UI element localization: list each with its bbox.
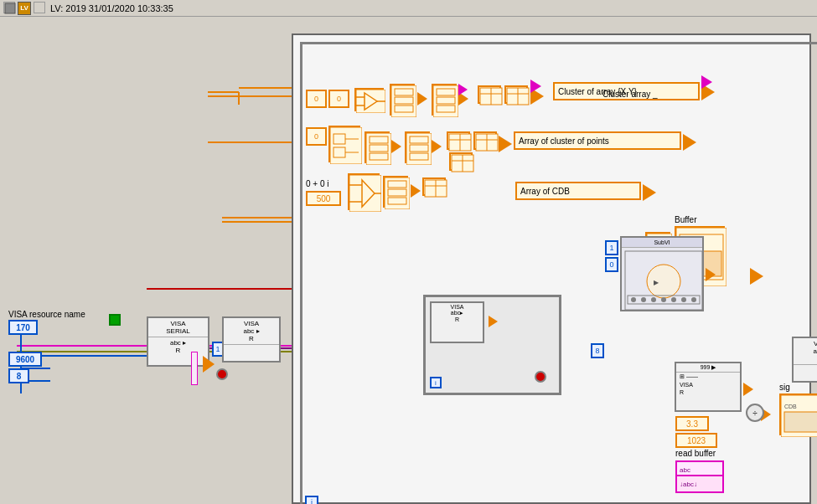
svg-point-117 [651,297,656,302]
titlebar-icons: LV [3,2,45,15]
arrow-array-cluster-end [683,134,696,151]
svg-point-112 [647,265,680,298]
arrow-right-1 [417,92,427,105]
svg-point-118 [661,297,666,302]
value-33-text: 3.3 [686,419,698,429]
cluster-ind-row3-2[interactable] [449,152,473,171]
cluster-ind-2[interactable] [504,85,528,104]
const-0-3-text: 0 [314,132,318,141]
lv-icon: LV [18,2,31,15]
val-0-small[interactable]: 0 [605,257,618,272]
titlebar: LV LV: 2019 31/01/2020 10:33:35 [0,0,817,17]
read-buffer-label: read buffer [675,449,716,458]
loop-index-text: i [311,498,313,504]
arrow-right-pink-2 [530,80,541,93]
array-of-cdb-text: Array of CDB [520,187,570,196]
subvi-block[interactable]: SubVI ▶ [620,236,704,311]
read-buffer-box-2[interactable]: ↓abc↓ [675,475,724,493]
arrow-right-final [750,268,763,285]
arrow-inner [489,316,498,327]
sig-block[interactable]: CDB [779,393,817,435]
arrow-right-pink-1 [458,84,468,95]
value-500-text: 500 [317,194,331,203]
visa-serial-block[interactable]: VISASERIAL abc ▸R [147,316,209,367]
bundle-node-1[interactable] [354,88,384,111]
bundle-node-3[interactable] [348,173,380,210]
val-1-small-text: 1 [609,244,613,252]
value-170-node[interactable]: 170 [8,320,38,335]
icon-1 [3,2,15,13]
svg-point-119 [671,297,676,302]
svg-point-121 [691,297,696,302]
val-8-diagram-text: 8 [595,347,599,355]
value-1023-node[interactable]: 1023 [675,433,717,448]
pink-indicator-bar [191,352,198,385]
visa-right-block[interactable]: VISAabc ▸R [792,337,817,383]
stop-dot-inner[interactable] [535,371,546,383]
arrow-right-row2 [391,140,401,153]
complex-label: 0 + 0 i [306,176,352,191]
complex-text: 0 + 0 i [306,179,329,188]
array-of-cluster-label: Array of cluster of points [514,131,681,150]
arrow-999-out [743,383,753,396]
arrow-array-cluster [499,136,512,152]
value-170-text: 170 [16,323,30,332]
visa-inner-block[interactable]: VISAabc▸R [430,301,484,343]
cluster-ind-row2-2[interactable] [473,131,497,150]
cluster-ind-row2[interactable] [447,131,470,150]
cluster-ind-row3[interactable] [422,177,446,196]
buffer-label: Buffer [675,215,697,224]
val-8-diagram[interactable]: 8 [591,343,604,358]
svg-rect-0 [5,3,15,13]
build-array-row2-2[interactable] [405,131,430,163]
lv2-icon [34,2,45,13]
arrow-cdb-end [643,184,656,201]
value-500-node[interactable]: 500 [306,191,341,206]
visa-999-block[interactable]: 999 ▶ ⊞ —— VISA R [675,362,742,412]
val-0-small-text: 0 [609,260,613,269]
green-indicator [109,314,121,326]
value-1023-text: 1023 [687,436,706,445]
value-8-text: 8 [17,372,22,381]
build-array-2[interactable] [432,84,457,116]
svg-rect-71 [330,127,362,164]
const-0-1-text: 0 [314,95,318,103]
build-array-row2[interactable] [365,131,390,163]
value-33-node[interactable]: 3.3 [675,416,709,431]
array-of-cdb-label: Array of CDB [515,182,641,200]
visa-block-2[interactable]: VISAabc ▸R [222,316,281,363]
svg-text:CDB: CDB [784,404,797,409]
subdiagram-box: VISAabc▸R i [423,295,561,395]
svg-point-116 [641,297,646,302]
arrow-right-cluster-pink [701,75,712,89]
main-canvas: VISA resource name 170 9600 8 VISASERIAL… [0,17,817,504]
value-9600-node[interactable]: 9600 [8,352,42,367]
arrow-subvi-out [706,268,716,281]
arrow-row3 [411,184,421,198]
svg-point-120 [681,297,686,302]
sig-label: sig [779,383,790,392]
loop-index-display: i [305,496,318,504]
stop-dot-left[interactable] [216,368,228,380]
const-0-2-text: 0 [337,95,341,103]
build-array-1[interactable] [390,84,415,116]
svg-point-115 [631,297,636,302]
value-9600-text: 9600 [16,355,34,364]
val-1-small[interactable]: 1 [605,240,618,255]
divide-node[interactable]: ÷ [746,404,764,422]
i-indicator: i [430,377,442,388]
const-0-block-3[interactable]: 0 [306,127,327,146]
const-0-block-2[interactable]: 0 [328,90,349,108]
cluster-ind-1[interactable] [478,85,501,104]
svg-rect-124 [784,412,817,432]
diagram-area: 0 0 [292,33,811,504]
array-of-cluster-text: Array of cluster of points [519,136,609,146]
value-8-node[interactable]: 8 [8,368,29,383]
svg-text:▶: ▶ [654,279,659,286]
const-0-block-1[interactable]: 0 [306,90,327,108]
bundle-node-2[interactable] [328,126,360,162]
title-text: LV: 2019 31/01/2020 10:33:35 [50,3,173,13]
arrow-1 [203,356,215,373]
build-array-row3[interactable] [383,176,408,208]
arrow-right-row2-2 [432,140,442,153]
